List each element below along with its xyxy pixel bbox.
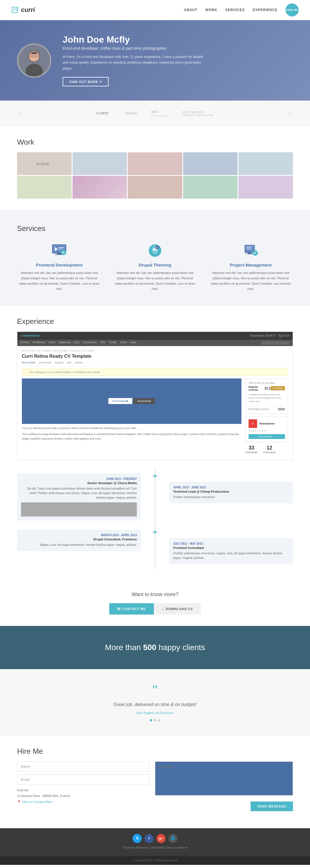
svg-rect-28: [246, 248, 251, 248]
facebook-icon[interactable]: f: [144, 834, 153, 843]
work-item[interactable]: [73, 152, 127, 175]
work-item[interactable]: [128, 176, 182, 198]
hero-description: Hi there, I'm a front-end developer with…: [62, 54, 205, 71]
google-icon[interactable]: g+: [157, 834, 166, 843]
contact-me-button[interactable]: ✉ CONTACT ME: [109, 603, 154, 615]
find-out-button[interactable]: FIND OUT MORE ▾: [62, 77, 109, 86]
partner-fritz: Fritz-MoritzARCHITECT ASSOCIATION: [182, 111, 214, 117]
partners-next-button[interactable]: ›: [286, 109, 293, 118]
hire-address: Find me: 12 Avenue Flora - 06000 Nice, F…: [17, 787, 149, 799]
timeline-card-left-1: JUNE 2013 - PRESENT Senior developer @ C…: [17, 473, 141, 521]
view-portfolio-button[interactable]: View Portfolio →: [249, 434, 285, 439]
quote-dot-1[interactable]: [150, 719, 152, 721]
hire-button[interactable]: HIRE ME: [285, 3, 299, 17]
screenshot-subnav: All Files WordPress HTML Marketing CMS e…: [17, 340, 293, 346]
svg-rect-20: [62, 253, 64, 253]
experience-title: Experience: [17, 317, 293, 326]
work-item[interactable]: ILLEGAL: [17, 152, 72, 175]
work-item[interactable]: [128, 152, 182, 175]
send-message-button[interactable]: SEND MESSAGE: [251, 802, 293, 811]
frontend-icon: [51, 242, 68, 258]
service-pm-desc: Nascetur sed elit, hac nec pellentesque …: [208, 270, 293, 291]
service-frontend-desc: Nascetur sed elit, hac nec pellentesque …: [17, 270, 102, 291]
service-pm-title: Project Management: [208, 262, 293, 267]
footer-social: 𝕏 f g+ 🌐 Theme by Elementor | Alternativ…: [0, 828, 310, 856]
hire-form-right: SEND MESSAGE: [155, 762, 293, 811]
work-item[interactable]: [73, 176, 127, 198]
ss-seller-box: T themelizeme ★★★★☆ ★ ★ ★ View Portfolio…: [246, 416, 288, 442]
name-input[interactable]: [17, 762, 149, 772]
ss-title: Curri Retina Ready CV Template: [22, 354, 288, 359]
name-field: [17, 762, 149, 772]
email-input[interactable]: [17, 775, 149, 785]
nav-work[interactable]: WORK: [205, 8, 217, 12]
hero-tagline: Front-end developer, coffee lover & part…: [62, 46, 205, 51]
service-drupal-desc: Nascetur sed elit, hac nec pellentesque …: [113, 270, 197, 291]
email-field: [17, 775, 149, 785]
quote-dot-3[interactable]: [158, 719, 160, 721]
message-input[interactable]: [155, 762, 293, 796]
avatar-image: [18, 44, 50, 76]
twitter-icon[interactable]: 𝕏: [133, 834, 142, 843]
partners-prev-button[interactable]: ‹: [17, 109, 24, 118]
logo-icon: [11, 6, 19, 14]
hero-section: John Doe Mcfly Front-end developer, coff…: [0, 20, 310, 100]
svg-rect-14: [59, 247, 64, 248]
cta-title: Want to know more?: [17, 592, 293, 597]
work-item[interactable]: [238, 176, 293, 198]
map-link[interactable]: 📍 View on Google Maps: [17, 800, 149, 804]
web-icon[interactable]: 🌐: [168, 834, 177, 843]
partners-list: curri TEKIOS RRTprodunima Fritz-MoritzAR…: [24, 110, 287, 117]
clients-banner: More than 500 happy clients: [0, 626, 310, 669]
work-item[interactable]: [183, 152, 238, 175]
svg-rect-19: [62, 252, 64, 252]
svg-rect-15: [59, 249, 62, 249]
partner-curri: curri: [96, 110, 111, 117]
work-item[interactable]: [183, 176, 238, 198]
svg-rect-0: [12, 7, 17, 13]
timeline-row: MARCH 2013 - APRIL 2013 Drupal Consultan…: [17, 525, 293, 569]
timeline-card-left-2: MARCH 2013 - APRIL 2013 Drupal Consultan…: [17, 530, 141, 551]
svg-text:ILLEGAL: ILLEGAL: [36, 162, 50, 166]
ss-search-input[interactable]: [261, 341, 290, 345]
quote-dots: [17, 719, 293, 721]
ss-preview-img: Live Preview ▶ Screenshots: [22, 378, 242, 424]
work-item[interactable]: [17, 176, 72, 198]
nav-services[interactable]: SERVICES: [225, 8, 245, 12]
work-title: Work: [17, 138, 293, 147]
screenshot-content: Home / Files / Site Templates / Resume P…: [17, 346, 293, 460]
timeline-image: [21, 502, 137, 517]
hire-form: Find me: 12 Avenue Flora - 06000 Nice, F…: [17, 762, 293, 811]
svg-rect-8: [32, 53, 37, 54]
partner-tekios: TEKIOS: [125, 112, 137, 115]
services-grid: Frontend Development Nascetur sed elit, …: [17, 242, 293, 291]
download-cv-button[interactable]: ↓ DOWNLOAD CV: [154, 603, 201, 615]
timeline-card-right-2: JULY 2012 - MAY 2013 Frontend Consultant…: [169, 538, 293, 564]
ss-stats: 33 Purchases 12 Comments: [246, 442, 288, 457]
nav-experience[interactable]: EXPERIENCE: [253, 8, 278, 12]
footer-meta: Theme by Elementor | Alternative Colour …: [6, 845, 304, 850]
service-pm: Project Management Nascetur sed elit, ha…: [208, 242, 293, 291]
navbar: curri ABOUT WORK SERVICES EXPERIENCE HIR…: [0, 0, 310, 20]
timeline-dot: [153, 530, 157, 534]
svg-rect-29: [246, 249, 251, 249]
timeline-items: JUNE 2013 - PRESENT Senior developer @ C…: [17, 469, 293, 569]
purchase-button[interactable]: Purchase: [271, 386, 285, 391]
themeforest-screenshot: ● themeforest Downloads: $149.47 Sign Ou…: [17, 332, 293, 460]
service-frontend-title: Frontend Development: [17, 262, 102, 267]
nav-about[interactable]: ABOUT: [184, 8, 198, 12]
quote-text: Great job, delivered on time & on budget…: [17, 702, 293, 707]
clients-text: More than 500 happy clients: [17, 643, 293, 652]
svg-rect-30: [248, 253, 251, 254]
timeline-card-right-1: APRIL 2013 - JUNE 2013 Technical Lead @ …: [169, 482, 293, 503]
quote-dot-2[interactable]: [154, 719, 156, 721]
experience-section: Experience ● themeforest Downloads: $149…: [0, 306, 310, 580]
work-section: Work ILLEGAL: [0, 126, 310, 210]
avatar: [17, 43, 51, 78]
cta-buttons: ✉ CONTACT ME ↓ DOWNLOAD CV: [17, 603, 293, 615]
quote-author: Nise Rogiers via Facebook: [17, 711, 293, 715]
message-field: [155, 762, 293, 797]
logo[interactable]: curri: [11, 6, 35, 14]
hire-form-left: Find me: 12 Avenue Flora - 06000 Nice, F…: [17, 762, 155, 811]
work-item[interactable]: [238, 152, 293, 175]
